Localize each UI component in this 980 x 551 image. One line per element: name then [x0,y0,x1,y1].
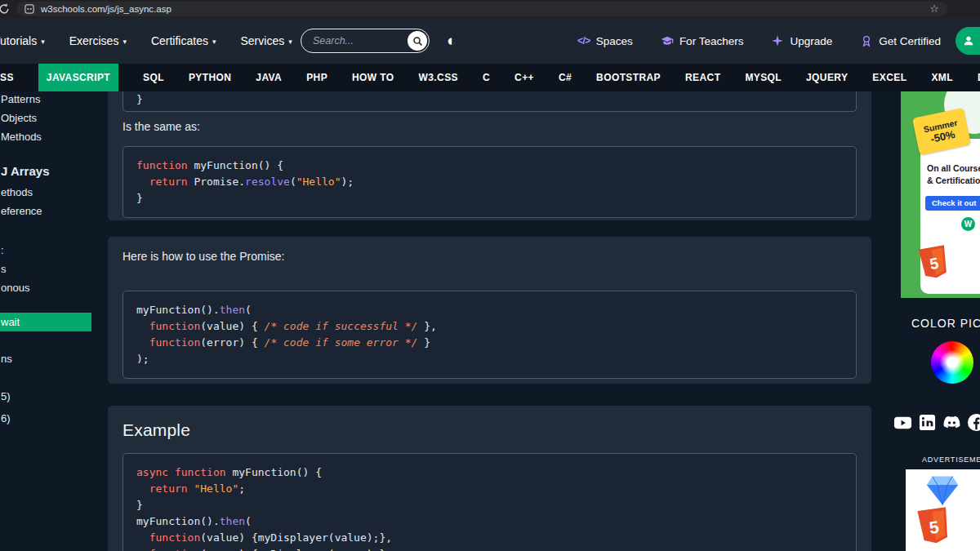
code-line: } [136,92,843,106]
code-line: myFunction().then( [136,302,843,318]
html5-shield-icon: 5 [915,506,954,549]
tab-java[interactable]: JAVA [256,64,282,91]
menu-label: Certificates [151,34,208,47]
tab-w3-css[interactable]: W3.CSS [419,64,458,91]
teacher-icon [661,34,674,47]
sidebar-item-item[interactable]: : [0,241,91,260]
sidebar-item-j-arrays[interactable]: J Arrays [0,160,91,182]
sidebar-item-5[interactable]: 5) [0,387,91,406]
html5-shield-icon: 5 [915,244,952,285]
color-picker-wheel[interactable] [931,341,973,384]
search-input[interactable] [301,35,408,47]
sparkles-icon [771,34,784,47]
social-links [893,413,980,432]
content-section-use-promise: Here is how to use the Promise: myFuncti… [108,237,871,384]
chevron-down-icon: ▾ [288,36,292,46]
header-link-upgrade[interactable]: Upgrade [771,34,832,47]
menu-label: Exercises [69,34,119,47]
url-bar[interactable]: w3schools.com/js/js_async.asp ☆ [16,2,947,16]
sidebar-item-patterns[interactable]: Patterns [0,90,91,109]
tab-python[interactable]: PYTHON [189,64,231,91]
color-picker-label: COLOR PICKER [911,317,980,330]
tab-ss[interactable]: SS [0,64,14,91]
code-line: } [136,497,843,513]
linkedin-icon[interactable] [918,413,937,432]
header-link-get-certified[interactable]: Get Certified [860,34,941,47]
bottom-ad[interactable]: 5 [906,469,980,551]
content-section-example: Example async function myFunction() { re… [108,406,871,551]
header-link-for-teachers[interactable]: For Teachers [661,34,744,47]
menu-tutorials[interactable]: Tutorials▾ [0,34,45,47]
header-link-label: Spaces [596,35,633,47]
menu-label: Services [240,34,284,47]
tab-csharp[interactable]: C# [559,64,572,91]
url-text[interactable]: w3schools.com/js/js_async.asp [41,4,172,14]
bookmark-star-icon[interactable]: ☆ [929,2,939,16]
code-block-partial: } [122,91,857,112]
site-info-icon[interactable] [24,4,34,14]
header-links: </>SpacesFor TeachersUpgradeGet Certifie… [577,18,941,64]
tab-jquery[interactable]: JQUERY [806,64,848,91]
tab-sql[interactable]: SQL [143,64,164,91]
menu-exercises[interactable]: Exercises▾ [69,34,127,47]
code-line: function(value) { /* code if successful … [136,318,843,335]
theme-toggle-icon[interactable]: ◐ [447,32,456,50]
tab-react[interactable]: REACT [685,64,720,91]
chevron-down-icon: ▾ [212,36,216,46]
menu-services[interactable]: Services▾ [240,34,292,47]
tab-javascript[interactable]: JAVASCRIPT [38,64,118,91]
search-icon[interactable] [408,31,427,51]
main-header: Tutorials▾Exercises▾Certificates▾Service… [0,18,980,64]
sidebar-item-ethods[interactable]: ethods [0,183,91,202]
code-block-promise-resolve: function myFunction() { return Promise.r… [122,146,857,218]
promo-ad[interactable]: Summer -50% On all Courses & Certificati… [901,91,980,298]
code-line: ); [136,351,843,367]
header-link-spaces[interactable]: </>Spaces [577,35,633,47]
sidebar-item-s[interactable]: s [0,260,91,278]
sidebar-item-objects[interactable]: Objects [0,109,91,127]
tab-c[interactable]: C [483,64,490,91]
example-heading: Example [122,420,857,440]
language-tabbar: SSJAVASCRIPTSQLPYTHONJAVAPHPHOW TOW3.CSS… [0,64,980,91]
sidebar-item-ns[interactable]: ns [0,349,91,368]
sidebar-item-onous[interactable]: onous [0,278,91,297]
code-line: function(value) {myDisplayer(value);}, [136,530,843,546]
facebook-icon[interactable] [967,413,980,432]
person-icon [962,34,975,47]
tab-bootstrap[interactable]: BOOTSTRAP [596,64,661,91]
sidebar: PatternsObjectsMethodsJ Arraysethodsefer… [0,91,91,551]
content-section-same-as: } Is the same as: function myFunction() … [108,91,871,220]
tab-php[interactable]: PHP [306,64,327,91]
tab-how-to[interactable]: HOW TO [352,64,394,91]
search-box[interactable] [301,29,430,53]
sign-in-button[interactable] [956,27,980,55]
code-line: return "Hello"; [136,481,843,497]
reload-icon[interactable] [0,2,11,16]
code-block-then: myFunction().then( function(value) { /* … [122,291,857,379]
menu-label: Tutorials [0,34,37,47]
header-link-label: For Teachers [679,35,744,47]
advertisement-label: ADVERTISEMENT [922,455,980,464]
sidebar-item-eference[interactable]: eference [0,202,91,220]
tab-mysql[interactable]: MYSQL [745,64,782,91]
code-line: function myFunction() { [136,158,843,174]
tab-cplusplus[interactable]: C++ [514,64,534,91]
chevron-down-icon: ▾ [122,36,127,46]
code-line: return Promise.resolve("Hello"); [136,174,843,190]
check-it-out-button[interactable]: Check it out [925,196,980,211]
discord-icon[interactable] [942,413,961,432]
tab-excel[interactable]: EXCEL [872,64,906,91]
w3schools-logo: W [961,217,975,231]
youtube-icon[interactable] [893,413,912,432]
menu-certificates[interactable]: Certificates▾ [151,34,216,47]
sidebar-item-wait[interactable]: wait [0,313,91,331]
lead-text: Here is how to use the Promise: [122,250,857,263]
lead-text: Is the same as: [122,120,857,133]
ad-text-line: & Certifications [927,176,980,185]
code-line: myFunction().then( [136,513,843,530]
certificate-icon [860,34,873,47]
sidebar-item-6[interactable]: 6) [0,409,91,428]
ad-text-line: On all Courses [927,163,980,173]
tab-xml[interactable]: XML [931,64,953,91]
sidebar-item-methods[interactable]: Methods [0,127,91,146]
